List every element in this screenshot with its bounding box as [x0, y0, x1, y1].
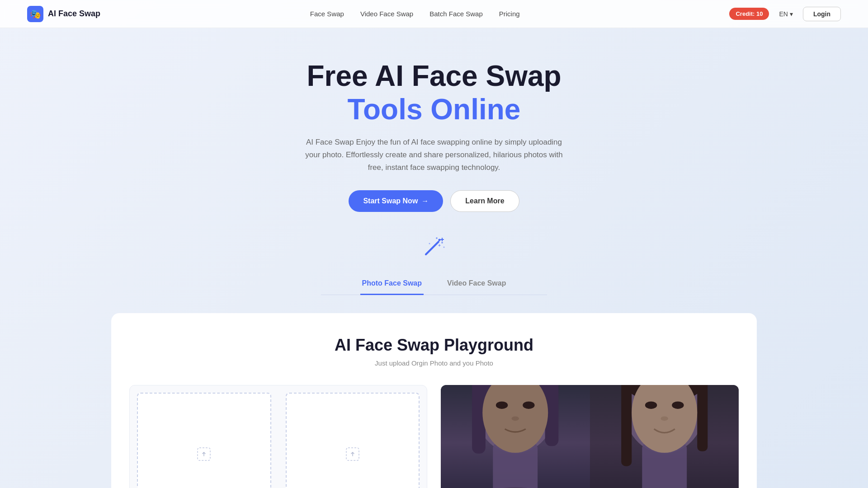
- hero-section: Free AI Face Swap Tools Online AI Face S…: [0, 28, 868, 313]
- hero-title-line1: Free AI Face Swap: [307, 60, 561, 92]
- nav-item-face-swap[interactable]: Face Swap: [310, 10, 344, 18]
- tabs-container: Photo Face Swap Video Face Swap: [321, 275, 547, 295]
- tab-video-face-swap[interactable]: Video Face Swap: [445, 275, 508, 295]
- tab-photo-face-swap[interactable]: Photo Face Swap: [360, 275, 424, 295]
- magic-wand-icon: [422, 235, 446, 262]
- hero-description: AI Face Swap Enjoy the fun of AI face sw…: [303, 136, 565, 174]
- chevron-down-icon: ▾: [790, 10, 793, 18]
- start-swap-button[interactable]: Start Swap Now →: [349, 190, 443, 212]
- logo-text: AI Face Swap: [48, 9, 100, 19]
- result-faces: [441, 385, 739, 488]
- lang-label: EN: [779, 10, 788, 18]
- batch-face-swap-link[interactable]: Batch Face Swap: [429, 10, 483, 18]
- svg-point-30: [660, 417, 668, 421]
- tab-photo-label: Photo Face Swap: [362, 279, 422, 287]
- svg-point-20: [512, 417, 519, 421]
- logo-icon: 🎭: [27, 6, 43, 22]
- language-selector[interactable]: EN ▾: [774, 8, 797, 20]
- navbar: 🎭 AI Face Swap Face Swap Video Face Swap…: [0, 0, 868, 28]
- svg-point-19: [523, 402, 534, 409]
- nav-item-video-face-swap[interactable]: Video Face Swap: [360, 10, 413, 18]
- svg-point-29: [672, 402, 684, 409]
- hero-title-line2: Tools Online: [9, 93, 859, 127]
- playground-title: AI Face Swap Playground: [129, 336, 739, 355]
- face-swap-link[interactable]: Face Swap: [310, 10, 344, 18]
- svg-point-1: [439, 239, 441, 241]
- magic-icon-wrapper: [9, 235, 859, 262]
- svg-point-28: [645, 402, 656, 409]
- hero-title: Free AI Face Swap Tools Online: [9, 60, 859, 126]
- playground-section: AI Face Swap Playground Just upload Orgi…: [111, 313, 757, 488]
- svg-point-3: [436, 238, 438, 239]
- arrow-right-icon: →: [421, 197, 429, 205]
- svg-rect-25: [621, 385, 632, 466]
- credit-badge: Credit: 10: [729, 8, 769, 20]
- nav-item-batch-face-swap[interactable]: Batch Face Swap: [429, 10, 483, 18]
- svg-point-18: [496, 402, 508, 409]
- result-face-left: [441, 385, 590, 488]
- video-face-swap-link[interactable]: Video Face Swap: [360, 10, 413, 18]
- upload-icon-right: [345, 447, 360, 465]
- logo-link[interactable]: 🎭 AI Face Swap: [27, 6, 100, 22]
- svg-point-8: [429, 243, 430, 244]
- hero-buttons: Start Swap Now → Learn More: [9, 190, 859, 212]
- learn-more-button[interactable]: Learn More: [450, 190, 519, 212]
- nav-right: Credit: 10 EN ▾ Login: [729, 7, 841, 21]
- pricing-link[interactable]: Pricing: [499, 10, 520, 18]
- svg-point-2: [441, 242, 443, 244]
- upload-area: [129, 385, 427, 488]
- upload-slot-your-photo[interactable]: [286, 393, 420, 488]
- upload-icon-left: [197, 447, 211, 465]
- svg-rect-26: [697, 385, 708, 451]
- login-button[interactable]: Login: [803, 7, 841, 21]
- result-face-right: [590, 385, 739, 488]
- result-area: [441, 385, 739, 488]
- nav-item-pricing[interactable]: Pricing: [499, 10, 520, 18]
- tab-video-label: Video Face Swap: [447, 279, 506, 287]
- svg-point-9: [443, 247, 445, 248]
- playground-grid: [129, 385, 739, 488]
- playground-subtitle: Just upload Orgin Photo and you Photo: [129, 359, 739, 367]
- svg-line-0: [426, 242, 439, 254]
- upload-slot-origin[interactable]: [137, 393, 271, 488]
- start-swap-label: Start Swap Now: [363, 197, 418, 205]
- nav-links: Face Swap Video Face Swap Batch Face Swa…: [310, 10, 520, 18]
